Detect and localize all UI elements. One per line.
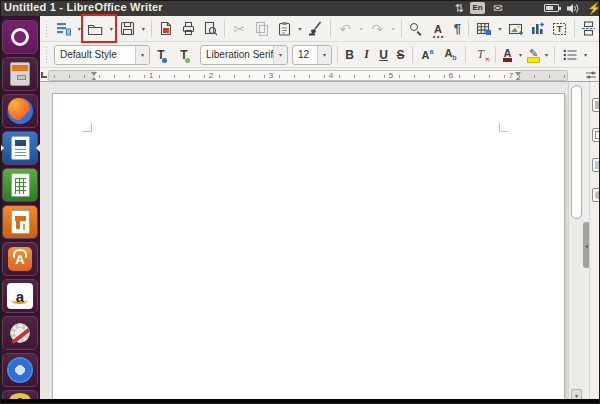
underline-button[interactable]: U [375,44,392,66]
insert-chart-button[interactable] [527,18,549,40]
bullet-list-dropdown[interactable]: ▾ [581,44,590,66]
undo-button[interactable]: ↶ [334,18,357,40]
italic-icon: I [364,47,369,62]
tray-overflow-icon[interactable]: ⚡ [588,0,600,16]
software-center-bag-icon: A [8,247,32,271]
launcher-firefox[interactable] [2,94,38,128]
font-name-value: Liberation Serif [201,49,273,60]
bold-button[interactable]: B [341,44,358,66]
libreoffice-window: ▾ ▾ ▾ [40,16,600,404]
insert-page-break-button[interactable] [578,18,600,40]
mail-envelope-icon[interactable]: ✉ [491,0,505,16]
right-margin-marker[interactable] [515,72,522,81]
font-size-dropdown[interactable]: ▾ [317,46,331,64]
insert-image-button[interactable] [504,18,526,40]
toolbar-separator [554,46,555,63]
copy-button[interactable] [250,18,272,40]
strikethrough-button[interactable]: S [392,44,409,66]
clone-formatting-button[interactable] [305,18,327,40]
toolbar-grip[interactable] [44,21,49,37]
open-button[interactable] [84,18,107,40]
font-color-icon: A [504,47,512,62]
launcher-libreoffice-writer[interactable] [2,131,38,165]
redo-dropdown[interactable]: ▾ [389,18,398,40]
font-size-combobox[interactable]: 12 ▾ [292,45,332,65]
redo-button[interactable]: ↷ [366,18,389,40]
launcher-software-center[interactable]: A [2,242,38,276]
volume-icon[interactable] [565,0,581,16]
vertical-scrollbar-track[interactable]: ▾ [568,82,584,403]
subscript-button[interactable]: Ab [439,44,462,66]
new-style-button[interactable]: T [175,44,198,66]
ubuntu-logo-icon [11,28,29,46]
launcher-amazon[interactable]: a [2,279,38,313]
clear-formatting-icon: T [477,47,484,62]
toolbar-separator [495,46,496,63]
launcher-libreoffice-impress[interactable] [2,205,38,239]
launcher-ubuntu-dash[interactable] [2,20,38,54]
underline-icon: U [379,48,388,62]
insert-table-dropdown[interactable]: ▾ [495,18,504,40]
horizontal-ruler[interactable]: 1 2 3 4 5 6 7 [48,70,568,81]
font-name-combobox[interactable]: Liberation Serif ▾ [200,45,288,65]
ruler-number: 6 [449,71,453,80]
new-document-button[interactable] [52,18,75,40]
cut-button[interactable]: ✂ [228,18,250,40]
print-button[interactable] [177,18,199,40]
superscript-icon: Aa [422,48,434,61]
launcher-system-settings[interactable] [2,316,38,350]
redo-arrow-icon: ↷ [371,22,383,36]
sidebar-settings-icon[interactable] [585,70,597,80]
formatting-marks-button[interactable]: ¶ [449,18,465,40]
document-area: ▾ ◂ [40,82,600,403]
spellcheck-letter-icon: A [434,23,442,35]
toolbar-separator [574,20,575,37]
open-button-group: ▾ [84,18,116,40]
open-dropdown[interactable]: ▾ [107,18,116,40]
vertical-scrollbar-thumb[interactable] [571,85,582,219]
network-arrows-icon[interactable]: ⇅ [452,0,466,16]
paragraph-style-combobox[interactable]: Default Style ▾ [54,45,150,65]
new-document-dropdown[interactable]: ▾ [75,18,84,40]
font-color-dropdown[interactable]: ▾ [516,44,525,66]
firefox-icon [7,98,33,124]
paste-button[interactable] [273,18,296,40]
launcher-files[interactable] [2,57,38,91]
undo-dropdown[interactable]: ▾ [357,18,366,40]
ruler-number: 5 [389,71,393,80]
launcher-libreoffice-calc[interactable] [2,168,38,202]
sidebar-tab-styles[interactable] [592,158,600,172]
insert-table-button[interactable] [472,18,495,40]
save-dropdown[interactable]: ▾ [139,18,148,40]
sidebar-tab-page[interactable] [592,128,600,142]
save-button[interactable] [116,18,139,40]
tab-stop-selector[interactable] [41,72,47,78]
ruler-row: 1 2 3 4 5 6 7 [40,68,600,82]
amazon-icon: a [7,283,33,309]
font-name-dropdown[interactable]: ▾ [273,46,287,64]
sidebar-tab-gallery[interactable] [592,188,600,202]
find-and-replace-button[interactable] [405,18,427,40]
highlight-color-dropdown[interactable]: ▾ [542,44,551,66]
clear-formatting-button[interactable]: T [469,44,492,66]
bullet-list-button[interactable] [558,44,581,66]
document-page[interactable] [52,93,565,403]
paragraph-style-value: Default Style [55,49,135,60]
superscript-button[interactable]: Aa [416,44,439,66]
keyboard-layout-badge[interactable]: En [470,2,485,14]
left-margin-marker[interactable] [91,72,98,81]
highlight-color-button[interactable]: ✎ [525,44,542,66]
launcher-chromium[interactable] [2,353,38,387]
battery-icon[interactable] [544,4,559,12]
update-style-button[interactable]: T [152,44,175,66]
toolbar-grip[interactable] [44,47,49,63]
paragraph-style-dropdown[interactable]: ▾ [135,46,149,64]
spellcheck-button[interactable]: A [427,18,449,40]
italic-button[interactable]: I [358,44,375,66]
sidebar-tab-properties[interactable] [592,98,600,112]
export-pdf-button[interactable] [155,18,177,40]
paste-dropdown[interactable]: ▾ [296,18,305,40]
font-color-button[interactable]: A [499,44,516,66]
insert-text-box-button[interactable]: T [549,18,571,40]
print-preview-button[interactable] [199,18,221,40]
